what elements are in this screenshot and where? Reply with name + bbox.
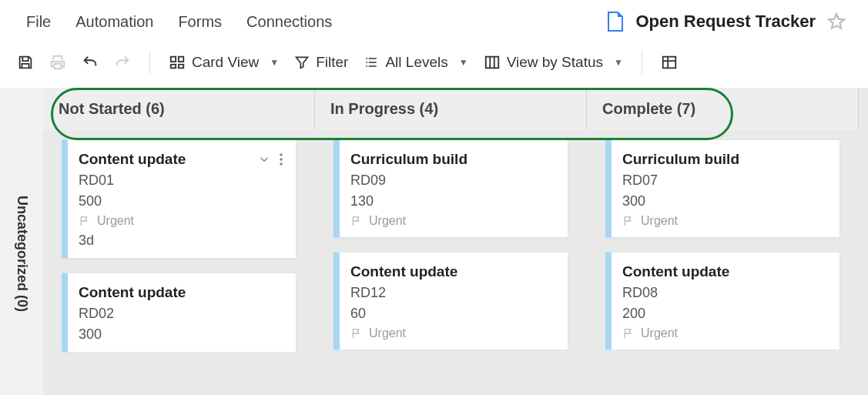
chevron-down-icon: ▼ (614, 57, 623, 68)
menu-file[interactable]: File (26, 13, 51, 31)
column: Complete (7)Curriculum buildRD07300Urgen… (587, 88, 859, 395)
card-value: 300 (622, 193, 827, 209)
print-button[interactable] (49, 54, 66, 71)
card[interactable]: Content updateRD01500Urgent3d (62, 139, 297, 259)
flag-label: Urgent (369, 214, 406, 228)
filter-button[interactable]: Filter (294, 54, 348, 71)
view-by-label: View by Status (507, 54, 603, 71)
star-icon[interactable] (826, 12, 846, 32)
flag-icon (350, 215, 363, 227)
svg-rect-0 (171, 57, 176, 62)
card-list: Curriculum buildRD07300UrgentContent upd… (587, 130, 859, 350)
card[interactable]: Content updateRD1260Urgent (333, 252, 568, 350)
save-button[interactable] (17, 54, 34, 71)
flag-label: Urgent (641, 214, 678, 228)
uncategorized-lane[interactable]: Uncategorized (0) (0, 88, 43, 395)
menu-forms[interactable]: Forms (178, 13, 222, 31)
card[interactable]: Content updateRD08200Urgent (605, 252, 840, 350)
card-extra: 3d (79, 233, 283, 249)
card-title: Content update (79, 151, 186, 168)
column-header[interactable]: In Progress (4) (315, 88, 587, 130)
column: In Progress (4)Curriculum buildRD09130Ur… (315, 88, 587, 395)
card-value: 500 (79, 193, 283, 209)
redo-button[interactable] (114, 54, 131, 71)
separator (642, 51, 642, 74)
flag-icon (622, 215, 635, 227)
svg-rect-2 (171, 65, 176, 69)
toolbar: Card View ▼ Filter All Levels ▼ View by … (0, 43, 868, 88)
levels-dropdown[interactable]: All Levels ▼ (364, 54, 468, 71)
svg-rect-3 (179, 65, 183, 69)
card-id: RD12 (350, 285, 555, 301)
card-list: Content updateRD01500Urgent3dContent upd… (43, 130, 315, 353)
board: Uncategorized (0) Not Started (6)Content… (0, 88, 868, 395)
column: Not Started (6)Content updateRD01500Urge… (43, 88, 315, 395)
card-view-dropdown[interactable]: Card View ▼ (169, 54, 279, 71)
chevron-down-icon: ▼ (270, 57, 279, 68)
columns: Not Started (6)Content updateRD01500Urge… (43, 88, 868, 395)
svg-rect-4 (485, 57, 498, 69)
card-id: RD07 (622, 172, 827, 189)
svg-rect-1 (179, 57, 183, 62)
card-flag: Urgent (79, 214, 283, 228)
card-value: 130 (350, 193, 555, 209)
grid-view-button[interactable] (661, 54, 678, 71)
card-flag: Urgent (622, 214, 827, 228)
view-by-dropdown[interactable]: View by Status ▼ (484, 54, 623, 71)
page-title: Open Request Tracker (635, 12, 816, 32)
menu-automation[interactable]: Automation (75, 13, 153, 31)
flag-icon (79, 215, 91, 227)
card-flag: Urgent (622, 326, 827, 340)
card-flag: Urgent (350, 214, 555, 228)
card[interactable]: Curriculum buildRD07300Urgent (605, 139, 840, 238)
flag-icon (622, 327, 635, 340)
card-id: RD01 (79, 172, 283, 189)
card-title: Content update (79, 284, 186, 301)
more-icon[interactable] (279, 152, 283, 166)
svg-rect-7 (663, 57, 676, 69)
flag-label: Urgent (641, 326, 678, 340)
card-id: RD08 (622, 285, 827, 301)
card-id: RD02 (79, 306, 283, 322)
card-value: 60 (350, 306, 555, 322)
card-flag: Urgent (350, 326, 555, 340)
filter-label: Filter (316, 54, 348, 71)
title-area: Open Request Tracker (606, 11, 846, 32)
column-header[interactable]: Not Started (6) (43, 88, 315, 130)
topbar: File Automation Forms Connections Open R… (0, 0, 868, 43)
card-title: Content update (622, 263, 729, 280)
card-list: Curriculum buildRD09130UrgentContent upd… (315, 130, 587, 350)
expand-icon[interactable] (257, 152, 271, 166)
menu-connections[interactable]: Connections (246, 13, 332, 31)
flag-label: Urgent (369, 326, 406, 340)
card-title: Curriculum build (350, 151, 468, 168)
card-view-label: Card View (192, 54, 259, 71)
card-title: Content update (350, 263, 457, 280)
svg-point-10 (280, 153, 283, 156)
uncategorized-label: Uncategorized (0) (14, 186, 30, 312)
card-value: 200 (622, 306, 827, 322)
card-value: 300 (79, 326, 283, 343)
svg-point-11 (280, 158, 283, 161)
column-header[interactable]: Complete (7) (587, 88, 859, 130)
card-id: RD09 (350, 172, 555, 189)
card-title: Curriculum build (622, 151, 739, 168)
card[interactable]: Content updateRD02300 (62, 273, 297, 353)
undo-button[interactable] (82, 54, 99, 71)
chevron-down-icon: ▼ (459, 57, 468, 68)
card[interactable]: Curriculum buildRD09130Urgent (333, 139, 568, 238)
svg-point-12 (280, 162, 283, 166)
sheet-icon (606, 11, 625, 32)
levels-label: All Levels (385, 54, 447, 71)
main-menu: File Automation Forms Connections (26, 13, 332, 31)
flag-label: Urgent (97, 214, 134, 228)
flag-icon (350, 327, 363, 340)
separator (149, 51, 150, 74)
